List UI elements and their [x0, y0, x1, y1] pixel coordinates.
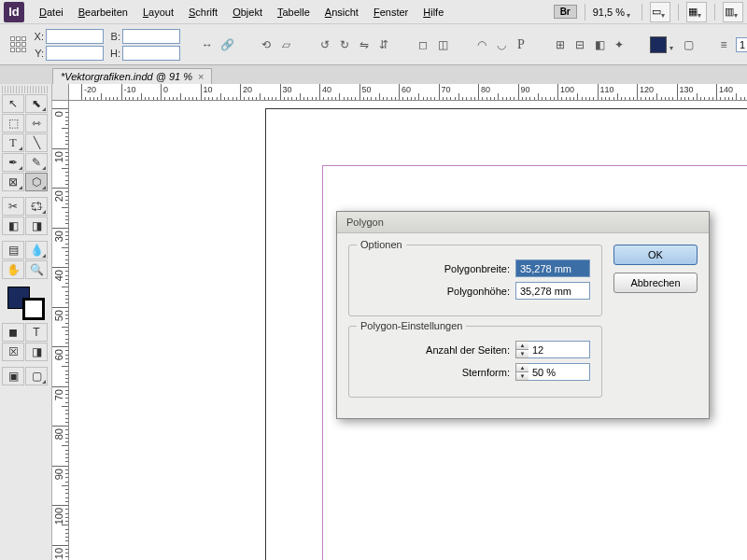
paragraph-icon[interactable]: P: [513, 36, 529, 53]
link-icon[interactable]: 🔗: [218, 36, 235, 53]
fill-stroke-proxy[interactable]: [7, 287, 45, 320]
sides-spinner[interactable]: ▲▼: [515, 341, 529, 358]
reference-point[interactable]: [9, 35, 27, 54]
apply-color-icon[interactable]: ◼: [2, 323, 24, 342]
transform-tool[interactable]: ⮔: [25, 197, 48, 216]
menu-objekt[interactable]: Objekt: [225, 4, 270, 21]
menubar: Id DateiBearbeitenLayoutSchriftObjektTab…: [0, 0, 747, 24]
page-tool[interactable]: ⬚: [2, 114, 24, 133]
menu-layout[interactable]: Layout: [135, 4, 181, 21]
star-label: Sternform:: [360, 367, 510, 378]
align-icon[interactable]: ⊞: [552, 36, 569, 53]
screen-mode-icon[interactable]: ▭: [650, 2, 670, 22]
effects-icon[interactable]: ✦: [611, 36, 627, 53]
arrange-icon[interactable]: ▦: [686, 2, 707, 22]
stroke-weight-icon: ≡: [715, 36, 732, 53]
polygon-height-label: Polygonhöhe:: [360, 286, 510, 297]
select-content-icon[interactable]: ◫: [434, 36, 451, 53]
x-label: X:: [31, 31, 44, 42]
gradient-swatch-tool[interactable]: ◧: [2, 217, 24, 235]
settings-fieldset: Polygon-Einstellungen Anzahl der Seiten:…: [348, 326, 602, 398]
eyedropper-tool[interactable]: 💧: [25, 241, 48, 259]
settings-legend: Polygon-Einstellungen: [357, 320, 466, 331]
scissors-tool[interactable]: ✂: [2, 197, 24, 216]
star-spinner[interactable]: ▲▼: [515, 363, 529, 381]
line-tool[interactable]: ╲: [25, 133, 48, 152]
flip-h-icon[interactable]: ⇋: [356, 36, 373, 53]
menu-ansicht[interactable]: Ansicht: [317, 4, 366, 21]
menu-datei[interactable]: Datei: [32, 4, 71, 21]
scale-x-icon[interactable]: ↔: [199, 36, 216, 53]
view-mode-normal[interactable]: ▣: [2, 367, 24, 385]
apply-text-icon[interactable]: T: [25, 323, 48, 342]
app-icon: Id: [4, 2, 24, 22]
close-tab-icon[interactable]: ×: [198, 71, 204, 82]
grip-icon: [2, 86, 49, 93]
zoom-tool[interactable]: 🔍: [25, 260, 48, 279]
select-container-icon[interactable]: ◻: [415, 36, 431, 53]
corner-options-icon[interactable]: ◡: [493, 36, 510, 53]
shear-icon[interactable]: ▱: [277, 36, 294, 53]
polygon-width-input[interactable]: 35,278 mm: [515, 259, 590, 277]
options-legend: Optionen: [357, 239, 406, 250]
cancel-button[interactable]: Abbrechen: [613, 273, 698, 293]
pencil-tool[interactable]: ✎: [25, 153, 48, 172]
pen-tool[interactable]: ✒: [2, 153, 24, 172]
pathfinder-icon[interactable]: ◧: [591, 36, 608, 53]
h-input[interactable]: [122, 46, 180, 61]
w-label: B:: [107, 31, 120, 42]
direct-selection-tool[interactable]: ⬉: [25, 94, 48, 113]
h-label: H:: [107, 48, 120, 59]
rotate-ccw-icon[interactable]: ↺: [317, 36, 333, 53]
menu-tabelle[interactable]: Tabelle: [270, 4, 317, 21]
document-tabbar: *Vektorgrafiken.indd @ 91 % ×: [0, 65, 747, 84]
stroke-weight-input[interactable]: 1 Pt: [736, 37, 747, 52]
fill-swatch[interactable]: [650, 36, 667, 53]
menu-bearbeiten[interactable]: Bearbeiten: [71, 4, 135, 21]
polygon-height-input[interactable]: 35,278 mm: [515, 282, 590, 300]
workspace-icon[interactable]: ▥: [723, 2, 743, 22]
star-input[interactable]: 50 %: [529, 363, 590, 381]
x-input[interactable]: [46, 29, 104, 44]
zoom-level[interactable]: 91,5 %: [593, 7, 634, 18]
apply-none-icon[interactable]: ☒: [2, 343, 24, 361]
w-input[interactable]: [122, 29, 180, 44]
distribute-icon[interactable]: ⊟: [571, 36, 588, 53]
ok-button[interactable]: OK: [613, 245, 698, 265]
hand-tool[interactable]: ✋: [2, 260, 24, 279]
document-tab-title: *Vektorgrafiken.indd @ 91 %: [61, 71, 192, 82]
horizontal-ruler[interactable]: -20-100102030405060708090100110120130140: [69, 84, 747, 101]
menu-fenster[interactable]: Fenster: [366, 4, 416, 21]
y-label: Y:: [31, 48, 44, 59]
bridge-button[interactable]: Br: [554, 5, 577, 19]
vertical-ruler[interactable]: 0102030405060708090100110120: [52, 101, 69, 560]
stroke-swatch-icon[interactable]: ▢: [680, 36, 697, 53]
polygon-dialog: Polygon Optionen Polygonbreite: 35,278 m…: [336, 211, 710, 419]
polygon-tool[interactable]: ⬡: [25, 173, 48, 191]
sides-input[interactable]: 12: [529, 341, 590, 358]
document-tab[interactable]: *Vektorgrafiken.indd @ 91 % ×: [52, 68, 212, 84]
type-tool[interactable]: T: [2, 133, 24, 152]
sides-label: Anzahl der Seiten:: [360, 344, 510, 356]
apply-gradient-icon[interactable]: ◨: [25, 343, 48, 361]
toolbox: ↖⬉ ⬚⇿ T╲ ✒✎ ⊠⬡ ✂⮔ ◧◨ ▤💧 ✋🔍 ◼T ☒◨ ▣▢: [0, 84, 52, 560]
gap-tool[interactable]: ⇿: [25, 114, 48, 133]
view-mode-preview[interactable]: ▢: [25, 367, 48, 385]
menu-hilfe[interactable]: Hilfe: [416, 4, 451, 21]
polygon-width-label: Polygonbreite:: [360, 263, 510, 274]
gradient-feather-tool[interactable]: ◨: [25, 217, 48, 235]
rotate-icon[interactable]: ⟲: [258, 36, 275, 53]
y-input[interactable]: [46, 46, 104, 61]
ruler-origin[interactable]: [52, 84, 69, 101]
selection-tool[interactable]: ↖: [2, 94, 24, 113]
control-bar: X: Y: B: H: ↔ 🔗 ⟲ ▱ ↺ ↻ ⇋ ⇵ ◻ ◫ ◠ ◡ P ⊞ …: [0, 24, 747, 65]
corner-radius-icon[interactable]: ◠: [473, 36, 490, 53]
note-tool[interactable]: ▤: [2, 241, 24, 259]
rectangle-frame-tool[interactable]: ⊠: [2, 173, 24, 191]
dialog-title: Polygon: [337, 212, 709, 233]
menu-schrift[interactable]: Schrift: [181, 4, 225, 21]
options-fieldset: Optionen Polygonbreite: 35,278 mm Polygo…: [348, 245, 602, 316]
rotate-cw-icon[interactable]: ↻: [336, 36, 353, 53]
flip-v-icon[interactable]: ⇵: [375, 36, 392, 53]
